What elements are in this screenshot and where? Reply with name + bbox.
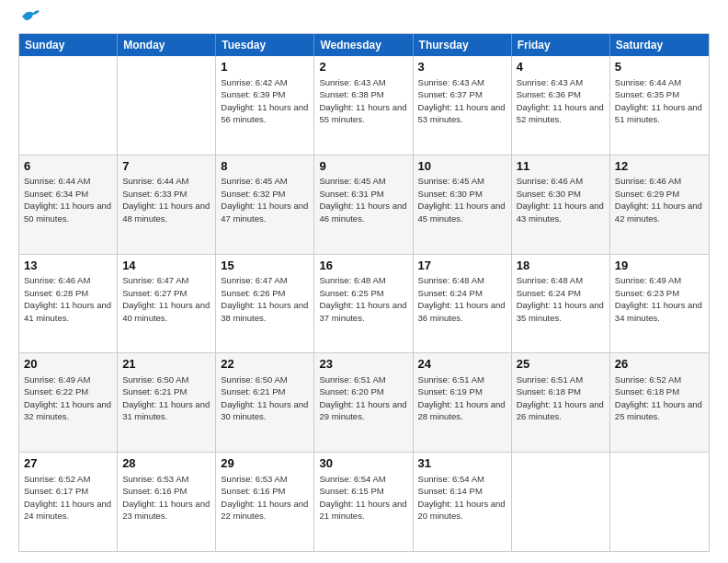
- day-info: Sunrise: 6:47 AM Sunset: 6:27 PM Dayligh…: [122, 275, 210, 323]
- calendar-cell: 24Sunrise: 6:51 AM Sunset: 6:19 PM Dayli…: [414, 353, 512, 452]
- day-number: 12: [615, 158, 704, 175]
- day-info: Sunrise: 6:52 AM Sunset: 6:17 PM Dayligh…: [24, 474, 111, 522]
- day-info: Sunrise: 6:54 AM Sunset: 6:15 PM Dayligh…: [319, 474, 406, 522]
- day-number: 1: [221, 59, 309, 75]
- day-number: 20: [24, 356, 112, 373]
- weekday-header-friday: Friday: [512, 34, 610, 56]
- calendar-cell: 22Sunrise: 6:50 AM Sunset: 6:21 PM Dayli…: [216, 353, 314, 452]
- day-info: Sunrise: 6:51 AM Sunset: 6:19 PM Dayligh…: [418, 374, 506, 422]
- weekday-header-sunday: Sunday: [19, 34, 118, 56]
- calendar-cell: 31Sunrise: 6:54 AM Sunset: 6:14 PM Dayli…: [414, 453, 512, 551]
- day-info: Sunrise: 6:49 AM Sunset: 6:23 PM Dayligh…: [615, 275, 702, 323]
- calendar-cell: 1Sunrise: 6:42 AM Sunset: 6:39 PM Daylig…: [216, 56, 314, 155]
- day-info: Sunrise: 6:43 AM Sunset: 6:37 PM Dayligh…: [418, 77, 506, 125]
- calendar: SundayMondayTuesdayWednesdayThursdayFrid…: [18, 33, 710, 552]
- day-info: Sunrise: 6:44 AM Sunset: 6:34 PM Dayligh…: [24, 176, 111, 224]
- day-info: Sunrise: 6:48 AM Sunset: 6:24 PM Dayligh…: [418, 275, 506, 323]
- logo: [18, 15, 40, 24]
- day-number: 15: [221, 258, 309, 274]
- calendar-cell: 13Sunrise: 6:46 AM Sunset: 6:28 PM Dayli…: [19, 255, 118, 353]
- day-number: 10: [418, 158, 506, 175]
- calendar-cell: 18Sunrise: 6:48 AM Sunset: 6:24 PM Dayli…: [512, 255, 610, 353]
- page: SundayMondayTuesdayWednesdayThursdayFrid…: [0, 0, 728, 563]
- calendar-cell: 10Sunrise: 6:45 AM Sunset: 6:30 PM Dayli…: [414, 155, 512, 254]
- day-number: 24: [418, 356, 506, 373]
- calendar-cell: 5Sunrise: 6:44 AM Sunset: 6:35 PM Daylig…: [610, 56, 709, 155]
- day-info: Sunrise: 6:48 AM Sunset: 6:25 PM Dayligh…: [319, 275, 406, 323]
- day-info: Sunrise: 6:47 AM Sunset: 6:26 PM Dayligh…: [221, 275, 308, 323]
- calendar-cell: 14Sunrise: 6:47 AM Sunset: 6:27 PM Dayli…: [118, 255, 216, 353]
- day-number: 17: [418, 258, 506, 274]
- calendar-cell: 27Sunrise: 6:52 AM Sunset: 6:17 PM Dayli…: [19, 453, 118, 551]
- day-info: Sunrise: 6:42 AM Sunset: 6:39 PM Dayligh…: [221, 77, 308, 125]
- day-number: 11: [517, 158, 605, 175]
- calendar-body: 1Sunrise: 6:42 AM Sunset: 6:39 PM Daylig…: [19, 56, 709, 551]
- day-info: Sunrise: 6:44 AM Sunset: 6:35 PM Dayligh…: [615, 77, 702, 125]
- day-number: 9: [319, 158, 407, 175]
- header: [18, 15, 710, 24]
- calendar-cell: 12Sunrise: 6:46 AM Sunset: 6:29 PM Dayli…: [610, 155, 709, 254]
- logo-bird-icon: [20, 7, 40, 24]
- calendar-cell: 26Sunrise: 6:52 AM Sunset: 6:18 PM Dayli…: [610, 353, 709, 452]
- calendar-cell: 29Sunrise: 6:53 AM Sunset: 6:16 PM Dayli…: [216, 453, 314, 551]
- day-info: Sunrise: 6:50 AM Sunset: 6:21 PM Dayligh…: [221, 374, 308, 422]
- calendar-cell: [118, 56, 216, 155]
- weekday-header-saturday: Saturday: [610, 34, 709, 56]
- day-info: Sunrise: 6:44 AM Sunset: 6:33 PM Dayligh…: [122, 176, 210, 224]
- day-info: Sunrise: 6:51 AM Sunset: 6:18 PM Dayligh…: [517, 374, 604, 422]
- calendar-cell: 4Sunrise: 6:43 AM Sunset: 6:36 PM Daylig…: [512, 56, 610, 155]
- weekday-header-thursday: Thursday: [414, 34, 512, 56]
- calendar-cell: 23Sunrise: 6:51 AM Sunset: 6:20 PM Dayli…: [314, 353, 413, 452]
- calendar-cell: [610, 453, 709, 551]
- day-number: 27: [24, 455, 112, 472]
- day-number: 6: [24, 158, 112, 175]
- calendar-cell: 17Sunrise: 6:48 AM Sunset: 6:24 PM Dayli…: [414, 255, 512, 353]
- day-info: Sunrise: 6:45 AM Sunset: 6:32 PM Dayligh…: [221, 176, 308, 224]
- day-info: Sunrise: 6:43 AM Sunset: 6:38 PM Dayligh…: [319, 77, 406, 125]
- day-info: Sunrise: 6:53 AM Sunset: 6:16 PM Dayligh…: [122, 474, 210, 522]
- day-number: 19: [615, 258, 704, 274]
- day-info: Sunrise: 6:50 AM Sunset: 6:21 PM Dayligh…: [122, 374, 210, 422]
- weekday-header-tuesday: Tuesday: [216, 34, 314, 56]
- calendar-cell: 16Sunrise: 6:48 AM Sunset: 6:25 PM Dayli…: [314, 255, 413, 353]
- day-number: 4: [517, 59, 605, 75]
- day-number: 28: [122, 455, 210, 472]
- day-info: Sunrise: 6:46 AM Sunset: 6:29 PM Dayligh…: [615, 176, 702, 224]
- calendar-cell: 8Sunrise: 6:45 AM Sunset: 6:32 PM Daylig…: [216, 155, 314, 254]
- day-number: 23: [319, 356, 407, 373]
- calendar-cell: [19, 56, 118, 155]
- calendar-cell: 9Sunrise: 6:45 AM Sunset: 6:31 PM Daylig…: [314, 155, 413, 254]
- calendar-cell: 15Sunrise: 6:47 AM Sunset: 6:26 PM Dayli…: [216, 255, 314, 353]
- day-info: Sunrise: 6:46 AM Sunset: 6:28 PM Dayligh…: [24, 275, 111, 323]
- day-info: Sunrise: 6:48 AM Sunset: 6:24 PM Dayligh…: [517, 275, 604, 323]
- day-info: Sunrise: 6:49 AM Sunset: 6:22 PM Dayligh…: [24, 374, 111, 422]
- weekday-header-monday: Monday: [118, 34, 216, 56]
- day-number: 22: [221, 356, 309, 373]
- calendar-cell: 28Sunrise: 6:53 AM Sunset: 6:16 PM Dayli…: [118, 453, 216, 551]
- day-number: 31: [418, 455, 506, 472]
- calendar-header: SundayMondayTuesdayWednesdayThursdayFrid…: [19, 34, 709, 56]
- day-number: 3: [418, 59, 506, 75]
- day-number: 5: [615, 59, 704, 75]
- day-number: 7: [122, 158, 210, 175]
- calendar-cell: 7Sunrise: 6:44 AM Sunset: 6:33 PM Daylig…: [118, 155, 216, 254]
- day-number: 26: [615, 356, 704, 373]
- day-number: 16: [319, 258, 407, 274]
- day-number: 13: [24, 258, 112, 274]
- calendar-row: 1Sunrise: 6:42 AM Sunset: 6:39 PM Daylig…: [19, 56, 709, 155]
- calendar-row: 6Sunrise: 6:44 AM Sunset: 6:34 PM Daylig…: [19, 155, 709, 254]
- day-number: 8: [221, 158, 309, 175]
- calendar-cell: 11Sunrise: 6:46 AM Sunset: 6:30 PM Dayli…: [512, 155, 610, 254]
- day-number: 29: [221, 455, 309, 472]
- day-info: Sunrise: 6:54 AM Sunset: 6:14 PM Dayligh…: [418, 474, 506, 522]
- day-number: 18: [517, 258, 605, 274]
- day-info: Sunrise: 6:43 AM Sunset: 6:36 PM Dayligh…: [517, 77, 604, 125]
- day-number: 25: [517, 356, 605, 373]
- calendar-cell: 6Sunrise: 6:44 AM Sunset: 6:34 PM Daylig…: [19, 155, 118, 254]
- day-info: Sunrise: 6:53 AM Sunset: 6:16 PM Dayligh…: [221, 474, 308, 522]
- weekday-header-wednesday: Wednesday: [314, 34, 413, 56]
- calendar-cell: 2Sunrise: 6:43 AM Sunset: 6:38 PM Daylig…: [314, 56, 413, 155]
- calendar-row: 20Sunrise: 6:49 AM Sunset: 6:22 PM Dayli…: [19, 352, 709, 452]
- day-number: 2: [319, 59, 407, 75]
- day-info: Sunrise: 6:46 AM Sunset: 6:30 PM Dayligh…: [517, 176, 604, 224]
